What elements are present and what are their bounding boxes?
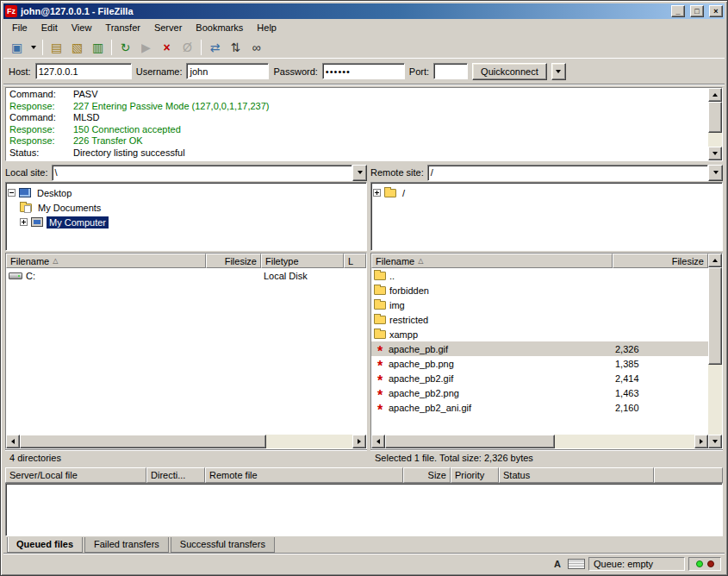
- column-header-lastmodified[interactable]: L: [344, 254, 366, 268]
- arrow-up-icon: [712, 259, 718, 262]
- toggle-directory-trees-button[interactable]: ▧: [67, 38, 87, 57]
- column-header-remote-file[interactable]: Remote file: [205, 467, 403, 483]
- file-row[interactable]: forbidden: [371, 283, 708, 297]
- scroll-track[interactable]: [20, 435, 352, 448]
- tree-item-desktop[interactable]: Desktop: [8, 185, 364, 200]
- column-header-filetype[interactable]: Filetype: [261, 254, 344, 268]
- column-header-priority[interactable]: Priority: [451, 467, 499, 483]
- scroll-up-button[interactable]: [708, 254, 722, 267]
- username-input[interactable]: [186, 63, 269, 79]
- column-header-direction[interactable]: Directi...: [146, 467, 205, 483]
- host-input[interactable]: [35, 63, 132, 79]
- password-input[interactable]: [322, 63, 405, 79]
- local-site-combo[interactable]: \: [52, 165, 367, 181]
- menu-item-file[interactable]: File: [5, 20, 34, 35]
- scroll-down-button[interactable]: [708, 147, 722, 160]
- file-row[interactable]: img: [371, 297, 708, 312]
- disconnect-button[interactable]: Ø: [177, 38, 197, 57]
- file-row[interactable]: *apache_pb2.gif 2,414: [371, 371, 708, 385]
- remote-horizontal-scrollbar[interactable]: [371, 435, 708, 448]
- toggle-transfer-queue-button[interactable]: ▥: [88, 38, 108, 57]
- log-scrollbar[interactable]: [708, 88, 722, 160]
- scroll-track[interactable]: [708, 267, 722, 435]
- expand-icon[interactable]: [373, 189, 381, 197]
- remote-site-bar: Remote site: /: [370, 163, 723, 182]
- scroll-track[interactable]: [708, 102, 722, 147]
- column-header-filesize[interactable]: Filesize: [613, 254, 708, 268]
- scroll-thumb[interactable]: [20, 435, 266, 448]
- scroll-left-button[interactable]: [6, 435, 20, 448]
- quickconnect-button[interactable]: Quickconnect: [472, 63, 547, 80]
- scroll-right-button[interactable]: [694, 435, 708, 448]
- file-row[interactable]: *apache_pb2_ani.gif 2,160: [371, 400, 708, 415]
- tree-item-my-computer[interactable]: My Computer: [8, 215, 364, 229]
- title-bar[interactable]: Fz john@127.0.0.1 - FileZilla _ □ ×: [3, 3, 725, 19]
- directory-comparison-button[interactable]: ⇄: [205, 38, 225, 57]
- maximize-button[interactable]: □: [690, 5, 704, 17]
- file-row[interactable]: C: Local Disk: [6, 268, 366, 283]
- scroll-up-button[interactable]: [708, 88, 722, 102]
- queue-body[interactable]: [5, 483, 723, 536]
- menu-item-edit[interactable]: Edit: [34, 20, 65, 35]
- find-files-button[interactable]: ∞: [246, 38, 266, 57]
- collapse-icon[interactable]: [8, 189, 16, 197]
- file-row[interactable]: ..: [371, 268, 708, 283]
- file-row[interactable]: xampp: [371, 327, 708, 341]
- site-manager-button[interactable]: ▣: [7, 38, 27, 57]
- tab-failed-transfers[interactable]: Failed transfers: [84, 537, 169, 553]
- column-header-filename[interactable]: Filename△: [371, 254, 613, 268]
- toolbar-separator: [42, 40, 43, 55]
- minimize-button[interactable]: _: [671, 5, 685, 17]
- local-file-rows[interactable]: C: Local Disk: [6, 268, 366, 435]
- toggle-message-log-button[interactable]: ▤: [47, 38, 66, 57]
- file-row-selected[interactable]: *apache_pb.gif 2,326: [371, 341, 708, 356]
- local-file-list: Filename△ Filesize Filetype L C: Local D…: [5, 253, 367, 449]
- cancel-button[interactable]: ×: [157, 38, 177, 57]
- scroll-right-button[interactable]: [352, 435, 366, 448]
- close-button[interactable]: ×: [709, 5, 723, 17]
- file-row[interactable]: restricted: [371, 312, 708, 327]
- local-site-dropdown-button[interactable]: [352, 165, 367, 181]
- scroll-thumb[interactable]: [708, 267, 722, 365]
- menu-item-transfer[interactable]: Transfer: [98, 20, 147, 35]
- quickconnect-bar: Host: Username: Password: Port: Quickcon…: [3, 59, 725, 85]
- file-size: [613, 268, 618, 283]
- arrow-up-icon: [712, 93, 718, 97]
- menu-item-server[interactable]: Server: [147, 20, 189, 35]
- quickconnect-dropdown-button[interactable]: [551, 63, 566, 80]
- scroll-left-button[interactable]: [371, 435, 385, 448]
- column-header-status[interactable]: Status: [499, 467, 654, 483]
- desktop-icon: [19, 188, 31, 197]
- file-row[interactable]: *apache_pb2.png 1,463: [371, 385, 708, 400]
- chevron-down-icon: [31, 46, 36, 49]
- file-row[interactable]: *apache_pb.png 1,385: [371, 356, 708, 371]
- scroll-thumb[interactable]: [385, 435, 555, 448]
- menu-item-help[interactable]: Help: [250, 20, 283, 35]
- tab-successful-transfers[interactable]: Successful transfers: [171, 537, 275, 553]
- column-header-size[interactable]: Size: [403, 467, 451, 483]
- remote-site-combo[interactable]: /: [427, 165, 723, 181]
- column-header-server-local-file[interactable]: Server/Local file: [5, 467, 146, 483]
- menu-item-bookmarks[interactable]: Bookmarks: [189, 20, 250, 35]
- menu-item-view[interactable]: View: [65, 20, 99, 35]
- remote-file-rows[interactable]: .. forbidden img restricted: [371, 268, 708, 435]
- scroll-thumb[interactable]: [708, 102, 722, 133]
- refresh-button[interactable]: ↻: [115, 38, 135, 57]
- process-queue-button[interactable]: ▶: [136, 38, 156, 57]
- expand-icon[interactable]: [20, 218, 28, 226]
- tab-queued-files[interactable]: Queued files: [7, 537, 83, 553]
- file-type: Local Disk: [261, 268, 344, 283]
- port-input[interactable]: [433, 63, 468, 79]
- tree-item-root[interactable]: /: [373, 185, 720, 200]
- column-header-filesize[interactable]: Filesize: [206, 254, 261, 268]
- column-header-filename[interactable]: Filename△: [6, 254, 206, 268]
- local-horizontal-scrollbar[interactable]: [6, 435, 366, 448]
- site-manager-dropdown-button[interactable]: [28, 38, 39, 57]
- tree-item-my-documents[interactable]: My Documents: [8, 200, 364, 215]
- scroll-track[interactable]: [385, 435, 694, 448]
- arrow-right-icon: [358, 439, 361, 444]
- scroll-down-button[interactable]: [708, 435, 722, 448]
- remote-vertical-scrollbar[interactable]: [708, 254, 722, 448]
- remote-site-dropdown-button[interactable]: [708, 165, 723, 181]
- synchronized-browsing-button[interactable]: ⇅: [226, 38, 246, 57]
